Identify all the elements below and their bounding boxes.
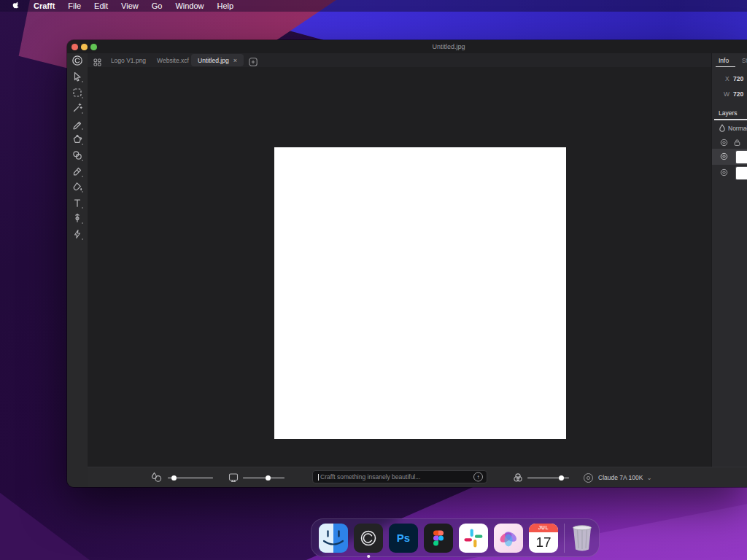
- visibility-eye-icon[interactable]: [720, 139, 728, 148]
- dock-slack[interactable]: [459, 524, 488, 553]
- blend-slider-knob[interactable]: [559, 475, 564, 481]
- menu-item-edit[interactable]: Edit: [94, 0, 108, 12]
- dock-art-app[interactable]: [494, 524, 523, 553]
- x-field-label: X: [725, 75, 729, 82]
- title-bar[interactable]: Untitled.jpg: [67, 40, 747, 53]
- text-caret: [318, 474, 319, 481]
- layer-row-selected[interactable]: [712, 149, 747, 165]
- layer-visibility-icon[interactable]: [720, 152, 728, 162]
- blend-drop-icon: [719, 124, 726, 134]
- crafft-logo-icon: [71, 55, 83, 66]
- fill-bucket-tool[interactable]: [71, 181, 83, 192]
- submit-prompt-button[interactable]: ↑: [473, 472, 483, 482]
- layers-header: Layers: [719, 109, 738, 117]
- menu-item-file[interactable]: File: [68, 0, 81, 12]
- dock: Ps: [311, 518, 600, 557]
- tab-logo-v1[interactable]: Logo V1.png: [106, 53, 151, 67]
- blend-slider-track[interactable]: [527, 478, 569, 479]
- shape-transform-tool[interactable]: [71, 133, 83, 145]
- tool-sidebar: [67, 53, 88, 487]
- model-icon: [584, 473, 593, 483]
- menu-item-app[interactable]: Crafft: [34, 0, 55, 12]
- lock-icon[interactable]: [733, 139, 741, 148]
- eraser-tool[interactable]: [71, 166, 83, 177]
- text-tool[interactable]: [71, 197, 83, 209]
- desktop: Crafft File Edit View Go Window Help Unt…: [0, 0, 747, 560]
- dock-separator: [564, 524, 565, 553]
- color-blend-icon: [512, 472, 524, 486]
- layer-visibility-icon[interactable]: [720, 168, 728, 178]
- w-field-label: W: [724, 90, 729, 98]
- opacity-slider-knob[interactable]: [171, 475, 177, 481]
- dock-figma[interactable]: [424, 524, 453, 553]
- canvas-area[interactable]: [88, 67, 711, 467]
- opacity-slider-track[interactable]: [168, 478, 213, 479]
- ellipse-shapes-tool[interactable]: [71, 149, 83, 161]
- magic-wand-tool[interactable]: [71, 102, 83, 114]
- adjustments-tool[interactable]: [71, 212, 83, 224]
- canvas[interactable]: [274, 147, 566, 439]
- prompt-input[interactable]: Crafft something insanely beautiful... ↑: [312, 470, 487, 483]
- info-tab-underline: [716, 66, 735, 68]
- tab-style[interactable]: St: [742, 57, 747, 64]
- menu-item-view[interactable]: View: [121, 0, 139, 12]
- app-window: Untitled.jpg: [67, 40, 747, 487]
- dock-trash[interactable]: [570, 524, 594, 553]
- window-title: Untitled.jpg: [432, 43, 465, 50]
- canvas-size-icon: [228, 472, 239, 486]
- menu-item-window[interactable]: Window: [175, 0, 204, 12]
- size-slider-knob[interactable]: [266, 475, 271, 481]
- dock-calendar[interactable]: JUL 17: [529, 524, 558, 553]
- model-chevron-icon: ⌄: [646, 474, 651, 481]
- zap-tool[interactable]: [71, 228, 83, 240]
- right-panel: Info St X 720 W 720 Layers Normal ⌄: [711, 53, 747, 467]
- calendar-month: JUL: [529, 524, 558, 532]
- layer-row[interactable]: [712, 165, 747, 181]
- marquee-tool[interactable]: [71, 87, 83, 98]
- pen-tool[interactable]: [71, 118, 83, 130]
- apple-icon[interactable]: [12, 1, 20, 10]
- dock-finder[interactable]: [319, 524, 348, 553]
- calendar-day: 17: [529, 532, 558, 553]
- menu-item-help[interactable]: Help: [217, 0, 234, 12]
- size-slider-track[interactable]: [243, 478, 285, 479]
- layers-underline: [714, 119, 747, 120]
- traffic-lights: [71, 44, 97, 50]
- model-label: Claude 7A 100K: [598, 474, 643, 481]
- model-selector[interactable]: Claude 7A 100K ⌄: [584, 467, 652, 487]
- dock-photoshop[interactable]: Ps: [389, 524, 418, 553]
- close-window-button[interactable]: [71, 44, 78, 50]
- x-field-value[interactable]: 720: [733, 75, 743, 82]
- document-tab-bar: Logo V1.png Website.xcf Untitled.jpg ×: [88, 53, 711, 67]
- opacity-drop-icon: [150, 472, 163, 486]
- layer-thumbnail[interactable]: [736, 151, 747, 163]
- menu-bar: Crafft File Edit View Go Window Help: [0, 0, 747, 12]
- layer-thumbnail[interactable]: [736, 167, 747, 179]
- minimize-window-button[interactable]: [81, 44, 88, 50]
- bottom-bar: Crafft something insanely beautiful... ↑…: [88, 467, 747, 487]
- running-indicator: [367, 555, 370, 558]
- dock-crafft[interactable]: [354, 524, 383, 553]
- menu-item-go[interactable]: Go: [152, 0, 163, 12]
- tab-info[interactable]: Info: [719, 57, 729, 64]
- select-tool[interactable]: [71, 71, 83, 82]
- prompt-placeholder: Crafft something insanely beautiful...: [320, 473, 420, 481]
- zoom-window-button[interactable]: [90, 44, 97, 50]
- tab-website-xcf[interactable]: Website.xcf: [152, 53, 194, 67]
- close-tab-icon[interactable]: ×: [233, 57, 237, 64]
- tab-untitled-jpg[interactable]: Untitled.jpg ×: [191, 54, 244, 66]
- w-field-value[interactable]: 720: [733, 90, 743, 98]
